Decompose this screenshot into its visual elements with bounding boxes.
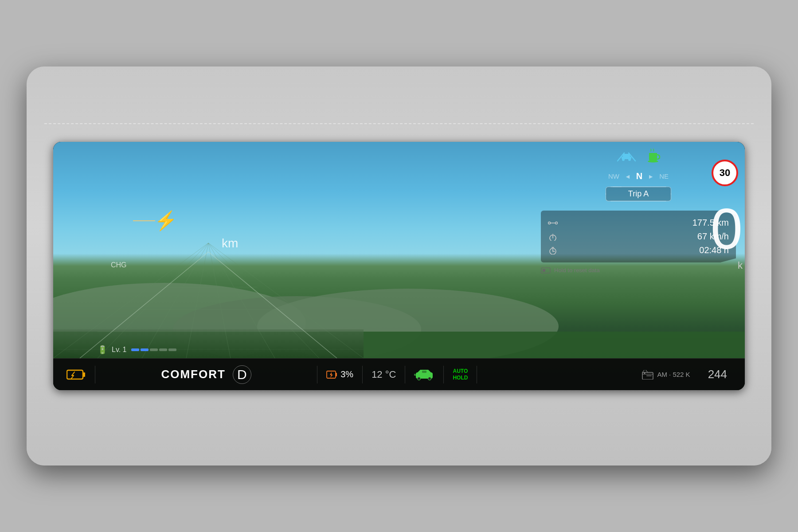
- range-km-section: 244: [699, 368, 736, 381]
- avg-speed-icon: [548, 233, 558, 241]
- time-icon: [548, 246, 558, 254]
- battery-bar: [131, 348, 176, 351]
- drive-mode-section: COMFORT D: [95, 365, 317, 384]
- svg-point-26: [648, 160, 658, 163]
- svg-rect-42: [83, 372, 85, 377]
- compass-row: NW ◄ N ► NE: [541, 171, 736, 181]
- ev-car-icon: [414, 369, 434, 380]
- svg-marker-48: [330, 372, 333, 378]
- compass-nw: NW: [608, 172, 619, 180]
- svg-rect-52: [422, 371, 426, 373]
- svg-point-57: [644, 372, 645, 374]
- break-reminder-icon: [646, 149, 661, 167]
- svg-line-9: [208, 243, 231, 358]
- battery-level-indicator: 🔋 Lv. 1: [98, 345, 176, 355]
- charging-icon-status: [326, 370, 338, 379]
- temperature-value: 12 °C: [372, 369, 396, 380]
- drive-mode-label: COMFORT: [161, 368, 225, 381]
- svg-line-12: [208, 243, 364, 358]
- trip-selector[interactable]: Trip A: [541, 187, 736, 201]
- battery-warning-section: [62, 368, 95, 382]
- reset-data-button[interactable]: Hold to reset data: [541, 267, 736, 274]
- svg-point-24: [622, 158, 625, 161]
- svg-point-25: [628, 158, 631, 161]
- svg-line-11: [208, 243, 319, 358]
- speed-limit-sign: 30: [712, 160, 738, 186]
- charging-percent-value: 3%: [340, 369, 353, 379]
- svg-point-50: [418, 377, 421, 380]
- compass-north: N: [636, 171, 642, 181]
- stitching-detail: [44, 123, 754, 124]
- svg-point-27: [548, 222, 551, 224]
- svg-point-28: [555, 222, 558, 224]
- speed-limit-value: 30: [720, 167, 730, 179]
- status-bar: COMFORT D 3% 12 °C: [53, 358, 745, 390]
- svg-line-5: [53, 243, 208, 358]
- svg-line-8: [186, 243, 208, 358]
- svg-line-43: [72, 372, 74, 376]
- svg-point-51: [428, 377, 431, 380]
- svg-line-6: [98, 243, 208, 358]
- svg-rect-41: [67, 370, 83, 379]
- range-unit-label: km: [222, 236, 238, 250]
- road-perspective: [53, 243, 364, 358]
- charging-percent-section: 3%: [317, 369, 362, 379]
- adas-icons-row: [541, 149, 736, 167]
- lane-assist-icon: [615, 149, 638, 167]
- radio-label: AM · 522 K: [657, 371, 690, 378]
- trip-selector-label: Trip A: [628, 189, 649, 198]
- gear-selector: D: [233, 365, 251, 384]
- charging-plug-area: ⚡: [133, 211, 177, 230]
- svg-rect-40: [543, 269, 545, 272]
- distance-icon: [548, 219, 558, 227]
- current-speed-display: 0: [711, 200, 745, 258]
- compass-left-arrow: ◄: [625, 173, 631, 180]
- battery-warning-icon: [66, 368, 86, 382]
- autohold-section: AUTOHOLD: [444, 368, 477, 381]
- temperature-section: 12 °C: [363, 369, 405, 380]
- autohold-label: AUTOHOLD: [453, 368, 468, 381]
- instrument-cluster-screen: ⚡ CHG km 🔋 Lv. 1: [53, 142, 745, 390]
- compass-right-arrow: ►: [648, 173, 654, 180]
- compass-ne: NE: [659, 172, 669, 180]
- ev-icon-section: [405, 369, 443, 380]
- svg-rect-47: [336, 373, 337, 376]
- radio-section: AM · 522 K: [477, 370, 699, 379]
- radio-icon: [642, 370, 653, 379]
- svg-rect-58: [646, 375, 652, 376]
- dashboard-surround: ⚡ CHG km 🔋 Lv. 1: [27, 66, 771, 466]
- range-km-value: 244: [708, 368, 727, 381]
- chg-label: CHG: [111, 261, 127, 269]
- speed-unit-label: k: [738, 260, 743, 271]
